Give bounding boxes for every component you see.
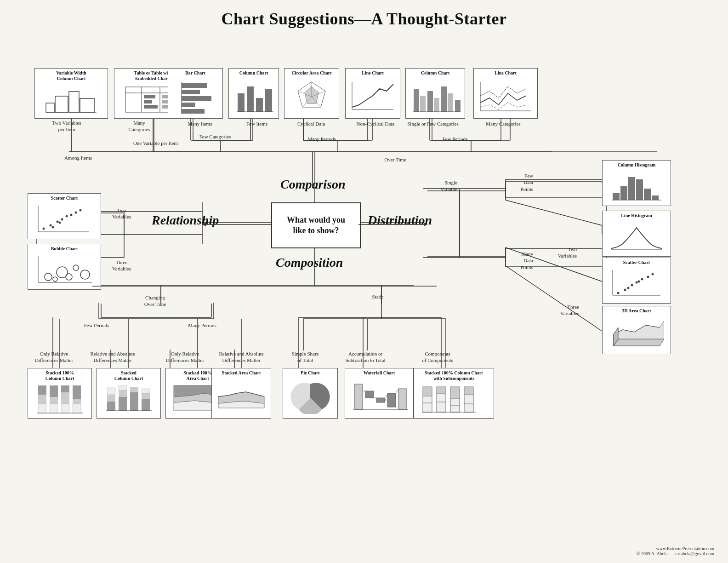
stacked100-area-title: Stacked 100%Area Chart	[183, 370, 211, 381]
svg-rect-168	[61, 385, 69, 392]
svg-rect-173	[73, 404, 81, 413]
svg-point-134	[80, 270, 90, 279]
stacked-area-img	[214, 377, 269, 416]
svg-rect-171	[73, 385, 81, 399]
var-width-col-box: Variable WidthColumn Chart	[34, 68, 108, 119]
svg-rect-75	[55, 96, 68, 112]
waterfall-box: Waterfall Chart	[345, 368, 414, 419]
only-relative1-label: Only RelativeDifferences Matter	[25, 350, 83, 364]
changing-over-time-label: ChangingOver Time	[136, 294, 175, 308]
single-variable-label: SingleVariable	[427, 179, 457, 193]
waterfall-title: Waterfall Chart	[364, 370, 395, 376]
static-label: Static	[364, 293, 392, 300]
svg-rect-93	[182, 109, 205, 114]
stacked100-col-box: Stacked 100%Column Chart	[28, 368, 92, 419]
svg-point-150	[636, 282, 638, 284]
scatter-dist-title: Scatter Chart	[623, 260, 650, 265]
svg-rect-176	[107, 395, 115, 402]
svg-rect-144	[652, 195, 659, 200]
svg-point-151	[641, 278, 643, 281]
stacked100-subcomp-title: Stacked 100% Column Chartwith Subcompone…	[425, 370, 483, 381]
bar-chart-img	[170, 77, 221, 116]
svg-rect-85	[144, 105, 158, 109]
many-periods2-label: Many Periods	[179, 322, 225, 328]
svg-rect-166	[50, 397, 58, 404]
svg-rect-74	[46, 103, 54, 112]
few-periods-label: Few Periods	[432, 136, 478, 142]
table-embedded-title: Table or Table withEmbedded Charts	[134, 70, 172, 81]
many-categories-label: ManyCategories	[121, 120, 158, 133]
svg-point-125	[75, 212, 77, 214]
among-items-label: Among Items	[55, 155, 101, 161]
svg-point-153	[652, 273, 654, 276]
svg-line-36	[552, 198, 607, 216]
svg-rect-180	[119, 385, 127, 390]
svg-rect-219	[464, 387, 473, 395]
svg-point-127	[59, 222, 61, 224]
svg-point-154	[627, 287, 630, 289]
stacked-area-title: Stacked Area Chart	[222, 370, 261, 376]
svg-rect-164	[38, 404, 46, 413]
svg-point-148	[624, 289, 626, 291]
svg-rect-169	[61, 392, 69, 404]
three-variables-label: ThreeVariables	[104, 259, 139, 272]
stacked-col-box: StackedColumn Chart	[97, 368, 161, 419]
svg-rect-177	[107, 388, 115, 395]
svg-rect-143	[644, 189, 651, 200]
footer-line2: © 2009 A. Abela — a.v.abela@gmail.com	[637, 551, 714, 556]
svg-rect-178	[119, 397, 127, 411]
svg-rect-182	[130, 387, 138, 392]
svg-line-202	[396, 389, 398, 393]
svg-rect-197	[387, 393, 396, 407]
svg-rect-172	[73, 399, 81, 404]
three-variables-dist-label: ThreeVariables	[549, 304, 579, 317]
circular-area-img	[286, 77, 337, 116]
svg-rect-114	[448, 93, 453, 112]
line-chart-manycat-img	[476, 77, 535, 116]
svg-point-152	[647, 276, 649, 278]
circular-area-title: Circular Area Chart	[291, 70, 331, 76]
area-3d-title: 3D Area Chart	[622, 308, 651, 314]
bubble-chart-box: Bubble Chart	[28, 244, 101, 290]
var-width-col-img	[37, 82, 106, 116]
svg-rect-181	[130, 392, 138, 411]
simple-share-label: Simple Shareof Total	[282, 350, 328, 364]
circular-area-box: Circular Area Chart	[284, 68, 339, 119]
few-periods2-label: Few Periods	[74, 322, 119, 328]
var-width-col-title: Variable WidthColumn Chart	[56, 70, 86, 81]
scatter-dist-box: Scatter Chart	[602, 258, 671, 304]
svg-rect-167	[50, 404, 58, 413]
one-var-per-item-label: One Variable per Item	[122, 140, 189, 146]
two-variables-dist-label: TwoVariables	[549, 246, 577, 259]
few-data-points-label: FewDataPoints	[508, 172, 533, 192]
bubble-chart-img	[30, 253, 99, 287]
svg-rect-115	[455, 100, 461, 112]
line-chart-manycat-box: Line Chart	[473, 68, 538, 119]
only-relative2-label: Only RelativeDifferences Matter	[156, 350, 214, 364]
scatter-rel-title: Scatter Chart	[51, 195, 78, 201]
bubble-chart-title: Bubble Chart	[51, 246, 78, 252]
svg-point-124	[70, 214, 73, 216]
two-var-per-item-label: Two Variablesper Item	[44, 120, 90, 133]
col-histogram-img	[604, 169, 669, 204]
svg-rect-184	[142, 393, 150, 399]
svg-point-147	[617, 292, 620, 294]
rel-absolute2-label: Relative and AbsoluteDifferences Matter	[211, 350, 271, 364]
bar-chart-box: Bar Chart	[168, 68, 223, 119]
svg-rect-95	[238, 93, 245, 112]
col-histogram-box: Column Histogram	[602, 160, 671, 206]
stacked100-col-title: Stacked 100%Column Chart	[46, 370, 74, 381]
col-chart-fewcat-title: Column Chart	[421, 70, 450, 76]
col-chart-fewcat-box: Column Chart	[405, 68, 465, 119]
svg-rect-216	[423, 387, 432, 396]
svg-rect-194	[354, 384, 363, 409]
svg-rect-183	[142, 399, 150, 411]
svg-rect-112	[434, 98, 439, 112]
area-3d-box: 3D Area Chart	[602, 306, 671, 354]
svg-rect-90	[182, 90, 200, 94]
waterfall-img	[347, 377, 411, 416]
many-categories2-label: Many Categories	[480, 121, 526, 127]
svg-rect-179	[119, 390, 127, 397]
svg-point-119	[43, 228, 45, 230]
footer-line1: www.ExtremePresentation.com	[637, 546, 714, 551]
